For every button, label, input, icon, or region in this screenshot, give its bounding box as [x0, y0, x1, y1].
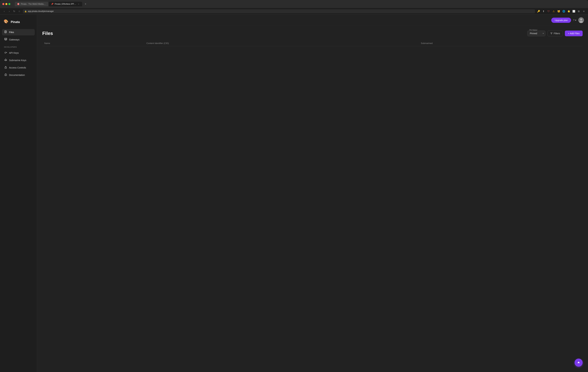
sidebar-item-gateways-label: Gateways	[9, 38, 20, 41]
reload-button[interactable]: ↻	[12, 9, 16, 13]
traffic-lights[interactable]	[2, 3, 10, 5]
extension-1-icon[interactable]: 🛡	[546, 9, 551, 13]
url-prefix: app.pinata.cloud	[28, 10, 42, 12]
developers-section-label: DEVELOPERS	[2, 44, 35, 49]
sidebar-item-gateways[interactable]: Gateways	[2, 36, 35, 43]
sidebar-item-documentation[interactable]: Documentation	[2, 72, 35, 78]
sidebar-item-files[interactable]: Files	[2, 29, 35, 35]
sidebar-item-submarine-keys[interactable]: Submarine Keys	[2, 57, 35, 64]
url-path: /pinmanager	[42, 10, 54, 12]
help-dropdown-icon: ▾	[575, 19, 576, 22]
svg-rect-5	[5, 38, 6, 39]
submarine-keys-icon	[4, 59, 7, 62]
sidebar-item-access-controls[interactable]: Access Controls	[2, 65, 35, 71]
sidebar: 🎨 Pinata Files	[0, 15, 37, 372]
url-text: app.pinata.cloud/pinmanager	[28, 10, 54, 12]
page-title: Files	[42, 31, 53, 36]
tab-2-close-button[interactable]: ×	[77, 3, 80, 5]
filter-icon	[550, 32, 553, 34]
svg-point-13	[5, 59, 7, 61]
app-container: 🎨 Pinata Files	[0, 15, 588, 372]
help-icon: ?	[573, 19, 574, 22]
pin-status-container: Pin Status Pinned Unpinned All ▾	[527, 31, 546, 36]
fab-icon	[577, 361, 580, 364]
sidebar-item-documentation-label: Documentation	[9, 74, 25, 77]
bookmark-button[interactable]: ☆	[17, 9, 21, 13]
browser-actions: 🔑 ⬆ 🛡 ⚠ 🐱 🌐 ⭐ ⬜ ⊞ ≡	[536, 9, 586, 13]
tab-1-label: Pinata - The Web3 Media Platform	[21, 3, 46, 5]
svg-rect-18	[5, 67, 7, 68]
url-bar[interactable]: 🔒 app.pinata.cloud/pinmanager	[23, 9, 535, 13]
documentation-icon	[4, 73, 7, 77]
logo-icon: 🎨	[4, 19, 9, 25]
extension-4-icon[interactable]: 🌐	[561, 9, 566, 13]
files-controls: Pin Status Pinned Unpinned All ▾ Filters	[527, 31, 583, 36]
minimize-traffic-light[interactable]	[5, 3, 7, 5]
svg-point-21	[580, 19, 582, 21]
back-button[interactable]: ‹	[2, 9, 6, 13]
logo-text: Pinata	[11, 20, 20, 24]
avatar[interactable]	[578, 17, 584, 23]
extension-5-icon[interactable]: ⭐	[567, 9, 571, 13]
col-submarined: Submarined	[419, 40, 583, 46]
add-files-button[interactable]: + Add Files	[565, 31, 583, 36]
sidebar-item-submarine-keys-label: Submarine Keys	[9, 59, 26, 62]
files-area: Files Pin Status Pinned Unpinned All ▾	[37, 26, 588, 372]
tab-grid-button[interactable]: ⊞	[577, 9, 581, 13]
maximize-traffic-light[interactable]	[8, 3, 10, 5]
logo-area: 🎨 Pinata	[2, 18, 35, 26]
tab-bar: 🎯 Pinata - The Web3 Media Platform 📌 Pin…	[13, 2, 90, 6]
gateways-icon	[4, 38, 7, 41]
files-icon	[4, 31, 7, 34]
tab-2-favicon: 📌	[51, 3, 53, 5]
table-header: Name Content Identifier (CID) Submarined	[42, 40, 583, 46]
upgrade-plan-button[interactable]: Upgrade plan	[551, 18, 571, 23]
api-keys-icon	[4, 51, 7, 55]
sidebar-toggle-button[interactable]: ⬜	[572, 9, 576, 13]
access-controls-icon	[4, 66, 7, 69]
menu-button[interactable]: ≡	[582, 9, 586, 13]
files-header: Files Pin Status Pinned Unpinned All ▾	[42, 31, 583, 36]
filters-button[interactable]: Filters	[547, 31, 563, 36]
tab-1-favicon: 🎯	[17, 3, 20, 5]
tab-2[interactable]: 📌 Pinata | Effortless IPFS File Man... ×	[49, 2, 82, 6]
svg-rect-6	[6, 38, 7, 39]
main-content: Upgrade plan ? ▾ Files Pin Status	[37, 15, 588, 372]
tab-2-label: Pinata | Effortless IPFS File Man...	[55, 3, 76, 5]
sidebar-item-access-controls-label: Access Controls	[9, 66, 26, 69]
top-header: Upgrade plan ? ▾	[37, 15, 588, 26]
sidebar-item-api-keys-label: API Keys	[9, 52, 19, 54]
sidebar-item-files-label: Files	[9, 31, 14, 33]
pin-status-label: Pin Status	[529, 29, 538, 31]
col-name: Name	[42, 40, 144, 46]
share-button[interactable]: ⬆	[541, 9, 546, 13]
nav-buttons: ‹ › ↻ ☆	[2, 9, 21, 13]
new-tab-button[interactable]: +	[83, 2, 88, 6]
address-bar: ‹ › ↻ ☆ 🔒 app.pinata.cloud/pinmanager 🔑 …	[0, 8, 588, 15]
fab-button[interactable]	[575, 359, 583, 367]
forward-button[interactable]: ›	[7, 9, 11, 13]
pin-status-select[interactable]: Pinned Unpinned All	[527, 31, 546, 36]
svg-point-9	[5, 52, 6, 53]
tab-1[interactable]: 🎯 Pinata - The Web3 Media Platform	[15, 2, 48, 6]
sidebar-item-api-keys[interactable]: API Keys	[2, 50, 35, 56]
close-traffic-light[interactable]	[2, 3, 4, 5]
key-icon: 🔑	[536, 9, 541, 13]
files-table: Name Content Identifier (CID) Submarined	[42, 40, 583, 46]
svg-marker-23	[578, 361, 580, 363]
col-cid: Content Identifier (CID)	[144, 40, 419, 46]
filters-label: Filters	[554, 32, 560, 35]
extension-3-icon[interactable]: 🐱	[556, 9, 561, 13]
extension-2-icon[interactable]: ⚠	[551, 9, 556, 13]
help-button[interactable]: ? ▾	[573, 19, 576, 22]
